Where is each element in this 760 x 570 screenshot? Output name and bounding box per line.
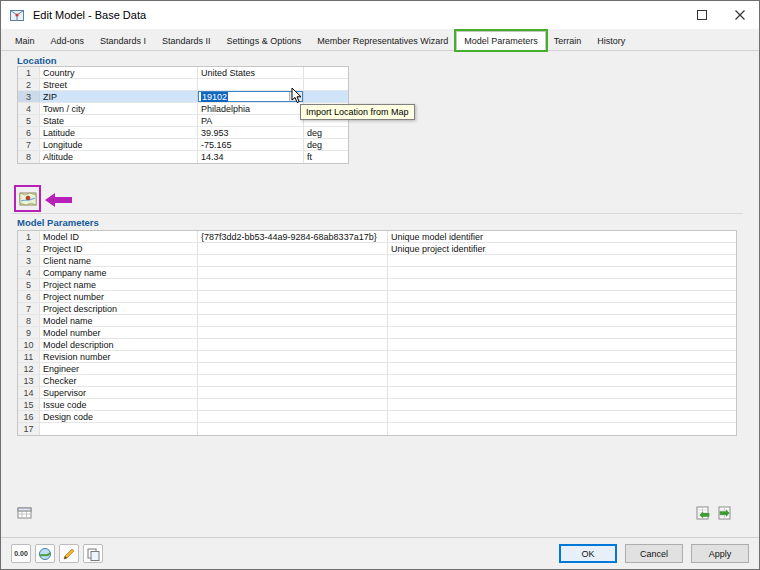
row-number[interactable]: 1 [18, 231, 40, 242]
units-button[interactable]: 0.00 [11, 544, 31, 563]
parameter-row-model-id[interactable]: 1Model ID{787f3dd2-bb53-44a9-9284-68ab83… [18, 231, 736, 243]
field-value[interactable] [198, 327, 388, 338]
field-value[interactable] [198, 255, 388, 266]
row-number[interactable]: 4 [18, 103, 40, 114]
field-value[interactable] [198, 267, 388, 278]
row-number[interactable]: 4 [18, 267, 40, 278]
row-number[interactable]: 3 [18, 91, 40, 102]
tab-history[interactable]: History [589, 31, 633, 50]
field-value[interactable] [198, 243, 388, 254]
row-number[interactable]: 7 [18, 303, 40, 314]
import-table-button[interactable] [715, 503, 735, 523]
field-value[interactable] [198, 363, 388, 374]
field-value[interactable] [198, 279, 388, 290]
row-number[interactable]: 17 [18, 423, 40, 435]
parameter-row-project-id[interactable]: 2Project IDUnique project identifier [18, 243, 736, 255]
field-value[interactable] [198, 303, 388, 314]
row-number[interactable]: 1 [18, 67, 40, 78]
field-value[interactable]: Philadelphia [198, 103, 304, 114]
field-value[interactable] [198, 399, 388, 410]
field-value[interactable]: {787f3dd2-bb53-44a9-9284-68ab8337a17b} [198, 231, 388, 242]
parameter-row-project-number[interactable]: 6Project number [18, 291, 736, 303]
zip-combobox[interactable]: 19102 [198, 91, 303, 102]
field-label: Model description [40, 339, 198, 350]
tab-terrain[interactable]: Terrain [546, 31, 590, 50]
tab-add-ons[interactable]: Add-ons [43, 31, 93, 50]
field-value[interactable] [198, 387, 388, 398]
parameter-row-issue-code[interactable]: 15Issue code [18, 399, 736, 411]
row-number[interactable]: 9 [18, 327, 40, 338]
settings-button[interactable] [35, 544, 55, 563]
parameter-row-project-name[interactable]: 5Project name [18, 279, 736, 291]
parameter-row-company-name[interactable]: 4Company name [18, 267, 736, 279]
edit-table-button[interactable] [15, 503, 35, 523]
field-value[interactable] [198, 423, 388, 435]
apply-button[interactable]: Apply [691, 544, 749, 563]
field-unit [304, 79, 348, 90]
cancel-button[interactable]: Cancel [625, 544, 683, 563]
tab-standards-i[interactable]: Standards I [92, 31, 154, 50]
parameter-row-model-name[interactable]: 8Model name [18, 315, 736, 327]
tab-member-representatives-wizard[interactable]: Member Representatives Wizard [309, 31, 456, 50]
row-number[interactable]: 2 [18, 243, 40, 254]
row-number[interactable]: 8 [18, 151, 40, 163]
field-value[interactable] [198, 411, 388, 422]
field-value[interactable]: PA [198, 115, 304, 126]
export-table-button[interactable] [693, 503, 713, 523]
import-location-from-map-button[interactable] [17, 188, 39, 210]
tab-main[interactable]: Main [7, 31, 43, 50]
row-number[interactable]: 13 [18, 375, 40, 386]
field-value[interactable] [198, 351, 388, 362]
tab-model-parameters[interactable]: Model Parameters [456, 31, 546, 50]
field-value[interactable]: 19102 [198, 91, 304, 102]
parameter-row-project-description[interactable]: 7Project description [18, 303, 736, 315]
location-row-altitude[interactable]: 8Altitude14.34ft [18, 151, 348, 163]
tab-settings-options[interactable]: Settings & Options [219, 31, 310, 50]
titlebar[interactable]: Edit Model - Base Data [1, 1, 759, 29]
tab-standards-ii[interactable]: Standards II [154, 31, 219, 50]
parameter-row-supervisor[interactable]: 14Supervisor [18, 387, 736, 399]
field-value[interactable] [198, 291, 388, 302]
copy-button[interactable] [83, 544, 103, 563]
parameter-row-revision-number[interactable]: 11Revision number [18, 351, 736, 363]
field-value[interactable]: 39.953 [198, 127, 304, 138]
field-value[interactable]: -75.165 [198, 139, 304, 150]
parameter-row-checker[interactable]: 13Checker [18, 375, 736, 387]
field-value[interactable]: 14.34 [198, 151, 304, 163]
field-value[interactable] [198, 315, 388, 326]
parameter-row-design-code[interactable]: 16Design code [18, 411, 736, 423]
row-number[interactable]: 5 [18, 115, 40, 126]
row-number[interactable]: 7 [18, 139, 40, 150]
row-number[interactable]: 15 [18, 399, 40, 410]
row-number[interactable]: 6 [18, 291, 40, 302]
row-number[interactable]: 16 [18, 411, 40, 422]
row-number[interactable]: 12 [18, 363, 40, 374]
parameter-row-17[interactable]: 17 [18, 423, 736, 435]
row-number[interactable]: 14 [18, 387, 40, 398]
row-number[interactable]: 8 [18, 315, 40, 326]
field-value[interactable] [198, 79, 304, 90]
field-value[interactable]: United States [198, 67, 304, 78]
close-button[interactable] [721, 1, 759, 29]
location-row-state[interactable]: 5StatePA [18, 115, 348, 127]
location-row-longitude[interactable]: 7Longitude-75.165deg [18, 139, 348, 151]
row-number[interactable]: 10 [18, 339, 40, 350]
location-row-latitude[interactable]: 6Latitude39.953deg [18, 127, 348, 139]
field-value[interactable] [198, 375, 388, 386]
parameter-row-engineer[interactable]: 12Engineer [18, 363, 736, 375]
ok-button[interactable]: OK [559, 544, 617, 563]
row-number[interactable]: 3 [18, 255, 40, 266]
parameter-row-client-name[interactable]: 3Client name [18, 255, 736, 267]
mouse-cursor [291, 87, 303, 107]
maximize-button[interactable] [683, 1, 721, 29]
row-number[interactable]: 6 [18, 127, 40, 138]
row-number[interactable]: 5 [18, 279, 40, 290]
location-row-country[interactable]: 1CountryUnited States [18, 67, 348, 79]
edit-comment-button[interactable] [59, 544, 79, 563]
field-value[interactable] [198, 339, 388, 350]
row-number[interactable]: 2 [18, 79, 40, 90]
parameter-row-model-description[interactable]: 10Model description [18, 339, 736, 351]
parameter-row-model-number[interactable]: 9Model number [18, 327, 736, 339]
row-number[interactable]: 11 [18, 351, 40, 362]
field-label: State [40, 115, 198, 126]
